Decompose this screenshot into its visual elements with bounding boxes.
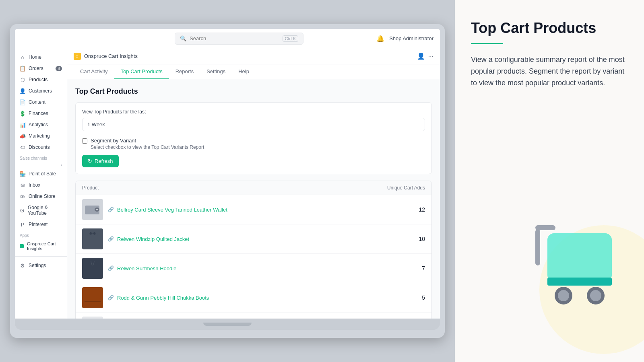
tab-reports[interactable]: Reports xyxy=(169,64,200,79)
product-thumb-2 xyxy=(82,228,103,249)
sidebar-label-customers: Customers xyxy=(29,88,52,94)
filter-period-input[interactable] xyxy=(82,118,425,131)
product-name-4[interactable]: Rodd & Gunn Pebbly Hill Chukka Boots xyxy=(117,295,209,301)
sidebar-label-content: Content xyxy=(29,99,45,105)
notification-bell-icon[interactable]: 🔔 xyxy=(376,35,384,42)
svg-rect-5 xyxy=(85,301,101,302)
sidebar-label-marketing: Marketing xyxy=(29,133,50,139)
pinterest-icon: P xyxy=(20,222,25,227)
product-link-icon-4: 🔗 xyxy=(108,295,114,300)
table-row: 🔗 Relwen Surfmesh Hoodie 7 xyxy=(76,254,431,283)
laptop-area: 🔍 Ctrl K 🔔 Shop Administrator ⌂ xyxy=(0,0,455,362)
segment-checkbox-label: Segment by Variant xyxy=(91,138,204,144)
tab-settings[interactable]: Settings xyxy=(200,64,232,79)
table-row: 🔗 Rodd & Gunn Pebbly Hill Chukka Boots 5 xyxy=(76,283,431,313)
sidebar-item-customers[interactable]: 👤 Customers xyxy=(15,85,67,97)
svg-rect-4 xyxy=(96,209,98,210)
table-row: 🔗 Bellroy Card Sleeve Veg Tanned Leather… xyxy=(76,195,431,224)
svg-point-16 xyxy=(558,290,569,301)
product-link-icon-3: 🔗 xyxy=(108,265,114,271)
product-name-3[interactable]: Relwen Surfmesh Hoodie xyxy=(117,265,176,272)
sidebar-label-orders: Orders xyxy=(29,66,43,71)
customers-icon: 👤 xyxy=(20,88,25,94)
main-area: ⌂ Home 📋 Orders 8 ⬡ Products xyxy=(15,48,440,319)
discounts-icon: 🏷 xyxy=(20,144,25,150)
sidebar-item-analytics[interactable]: 📊 Analytics xyxy=(15,119,67,130)
cart-svg xyxy=(515,217,636,330)
product-count-1: 12 xyxy=(413,206,425,213)
right-panel-title: Top Cart Products xyxy=(471,19,628,37)
plugin-title-area: O Onspruce Cart Insights xyxy=(74,53,138,60)
cart-illustration xyxy=(515,217,644,338)
product-name-area-2: 🔗 Relwen Windzip Quilted Jacket xyxy=(108,236,408,242)
sidebar-item-discounts[interactable]: 🏷 Discounts xyxy=(15,142,67,153)
content-area: O Onspruce Cart Insights 👤 ··· Cart xyxy=(67,48,440,319)
search-bar[interactable]: 🔍 Ctrl K xyxy=(175,33,303,45)
sidebar-item-orders[interactable]: 📋 Orders 8 xyxy=(15,63,67,74)
laptop-notch xyxy=(203,323,252,326)
home-icon: ⌂ xyxy=(20,54,25,60)
tab-cart-activity[interactable]: Cart Activity xyxy=(74,64,114,79)
apps-label: Apps xyxy=(15,230,67,239)
sidebar-item-google[interactable]: G Google & YouTube xyxy=(15,202,67,219)
product-thumb-5 xyxy=(82,317,103,319)
plugin-logo: O xyxy=(74,53,81,60)
segment-checkbox-desc: Select checkbox to view the Top Cart Var… xyxy=(91,144,204,150)
sidebar-item-marketing[interactable]: 📣 Marketing xyxy=(15,130,67,142)
sidebar-item-products[interactable]: ⬡ Products xyxy=(15,74,67,85)
right-panel-underline xyxy=(471,43,503,44)
sidebar-item-pinterest[interactable]: P Pinterest xyxy=(15,219,67,230)
svg-rect-11 xyxy=(547,233,612,282)
sales-channels-chevron[interactable]: › xyxy=(61,163,62,167)
svg-rect-14 xyxy=(547,278,612,286)
segment-checkbox[interactable] xyxy=(82,138,87,144)
pos-icon: 🏪 xyxy=(20,171,25,177)
search-input[interactable] xyxy=(190,35,279,41)
orders-badge: 8 xyxy=(56,66,62,71)
sidebar-label-pinterest: Pinterest xyxy=(29,222,47,227)
product-thumb-3 xyxy=(82,258,103,279)
product-name-area-3: 🔗 Relwen Surfmesh Hoodie xyxy=(108,265,408,272)
sales-channels-label: Sales channels xyxy=(15,153,67,162)
product-name-1[interactable]: Bellroy Card Sleeve Veg Tanned Leather W… xyxy=(117,207,227,213)
svg-point-18 xyxy=(590,290,601,301)
plugin-header: O Onspruce Cart Insights 👤 ··· xyxy=(67,48,440,64)
svg-text:O: O xyxy=(76,55,78,58)
sidebar-item-inbox[interactable]: ✉ Inbox xyxy=(15,179,67,191)
product-thumb-4 xyxy=(82,287,103,308)
sidebar-label-home: Home xyxy=(29,54,41,60)
sidebar-item-content[interactable]: 📄 Content xyxy=(15,97,67,108)
sidebar-label-online-store: Online Store xyxy=(29,193,56,199)
tab-help[interactable]: Help xyxy=(232,64,256,79)
sidebar-item-finances[interactable]: 💲 Finances xyxy=(15,108,67,119)
sidebar-label-finances: Finances xyxy=(29,111,48,116)
sidebar-label-google: Google & YouTube xyxy=(28,205,62,216)
product-name-2[interactable]: Relwen Windzip Quilted Jacket xyxy=(117,236,189,242)
sidebar-label-pos: Point of Sale xyxy=(29,171,56,177)
product-name-area-4: 🔗 Rodd & Gunn Pebbly Hill Chukka Boots xyxy=(108,295,408,301)
laptop-screen: 🔍 Ctrl K 🔔 Shop Administrator ⌂ xyxy=(15,29,440,319)
product-count-2: 10 xyxy=(413,236,425,242)
tab-top-cart-products[interactable]: Top Cart Products xyxy=(114,64,169,79)
segment-checkbox-row: Segment by Variant Select checkbox to vi… xyxy=(82,138,425,150)
settings-icon: ⚙ xyxy=(20,263,25,268)
refresh-button[interactable]: ↻ Refresh xyxy=(82,155,119,167)
onspruce-dot xyxy=(20,244,24,248)
plugin-user-icon[interactable]: 👤 xyxy=(417,52,425,60)
tabs: Cart Activity Top Cart Products Reports … xyxy=(67,64,440,79)
sidebar-item-online-store[interactable]: 🛍 Online Store xyxy=(15,191,67,202)
sidebar-label-settings: Settings xyxy=(29,263,46,268)
plugin-actions: 👤 ··· xyxy=(417,52,433,60)
sidebar-item-home[interactable]: ⌂ Home xyxy=(15,51,67,63)
inbox-icon: ✉ xyxy=(20,182,25,188)
sidebar-item-pos[interactable]: 🏪 Point of Sale xyxy=(15,168,67,179)
laptop-frame: 🔍 Ctrl K 🔔 Shop Administrator ⌂ xyxy=(10,24,445,338)
marketing-icon: 📣 xyxy=(20,133,25,139)
content-icon: 📄 xyxy=(20,99,25,105)
sidebar-item-onspruce[interactable]: Onspruce Cart Insights xyxy=(15,239,67,253)
sidebar-item-settings[interactable]: ⚙ Settings xyxy=(15,260,67,271)
col-unique: Unique Cart Adds xyxy=(387,185,425,191)
page-content: Top Cart Products View Top Products for … xyxy=(67,79,440,319)
plugin-more-icon[interactable]: ··· xyxy=(428,53,433,60)
products-icon: ⬡ xyxy=(20,77,25,82)
